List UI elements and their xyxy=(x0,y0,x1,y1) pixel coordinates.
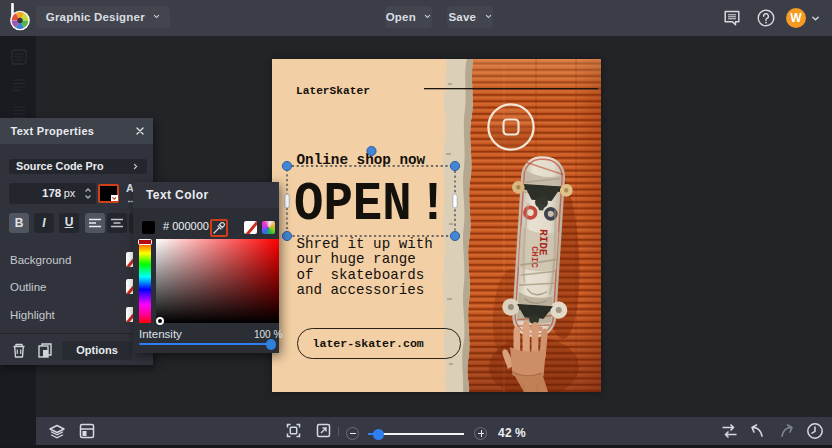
svg-text:CHIC: CHIC xyxy=(529,246,540,268)
